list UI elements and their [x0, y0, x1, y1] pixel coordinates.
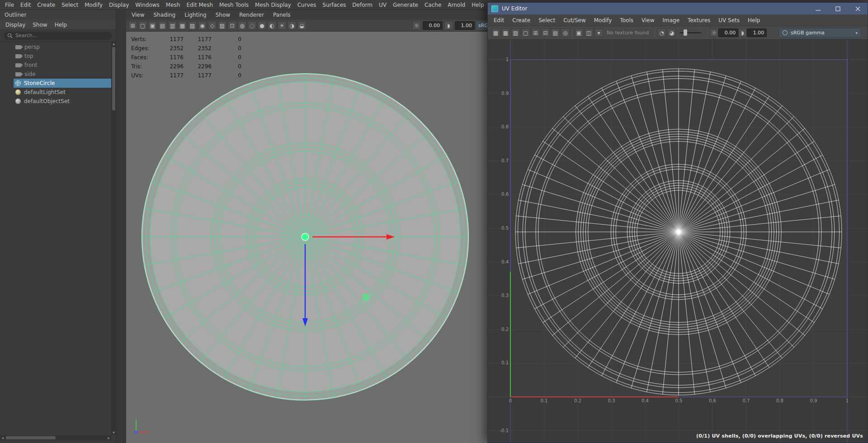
- maya-menu-mesh[interactable]: Mesh: [163, 2, 184, 8]
- outliner-menu-show[interactable]: Show: [29, 22, 51, 28]
- viewport-gamma-field[interactable]: 1.00: [455, 21, 475, 30]
- outliner-item-stonecircle[interactable]: StoneCircle: [0, 79, 116, 88]
- isolate-select-icon[interactable]: ◎: [561, 28, 570, 37]
- scroll-down-icon[interactable]: ▼: [112, 430, 116, 435]
- image-display-icon[interactable]: ▣: [575, 28, 583, 37]
- outliner-vertical-scrollbar[interactable]: ▲ ▼: [111, 42, 116, 435]
- viewport-menu-panels[interactable]: Panels: [269, 12, 295, 18]
- uv-editor-titlebar[interactable]: UV Editor: [488, 3, 868, 14]
- uv-grid-icon[interactable]: ⊞: [531, 28, 540, 37]
- maya-menu-edit-mesh[interactable]: Edit Mesh: [183, 2, 216, 8]
- maya-menu-generate[interactable]: Generate: [390, 2, 421, 8]
- uv-distortion-icon[interactable]: ▦: [491, 28, 500, 37]
- texture-options-caret-icon[interactable]: ▾: [594, 28, 603, 37]
- maya-menu-deform[interactable]: Deform: [349, 2, 376, 8]
- uv-checker-icon[interactable]: ▩: [501, 28, 510, 37]
- scroll-right-icon[interactable]: ▶: [106, 436, 111, 439]
- uv-menu-help[interactable]: Help: [744, 17, 764, 24]
- outliner-horizontal-scrollbar[interactable]: ◀ ▶: [0, 435, 111, 440]
- maya-menu-create[interactable]: Create: [34, 2, 58, 8]
- uv-pixel-snap-icon[interactable]: ⊟: [541, 28, 550, 37]
- scrollbar-thumb[interactable]: [112, 47, 115, 110]
- viewport-menu-lighting[interactable]: Lighting: [180, 12, 211, 18]
- outliner-item-front[interactable]: front: [0, 61, 116, 70]
- shadows-icon[interactable]: ◑: [288, 21, 296, 30]
- maya-menu-cache[interactable]: Cache: [421, 2, 444, 8]
- outliner-item-defaultobjectset[interactable]: defaultObjectSet: [0, 97, 116, 106]
- uv-canvas[interactable]: 10.90.80.70.60.50.40.30.20.1-0.1 00.10.2…: [488, 40, 868, 443]
- scroll-up-icon[interactable]: ▲: [112, 42, 116, 46]
- bookmarks-icon[interactable]: ◇: [208, 21, 217, 30]
- use-all-lights-icon[interactable]: ☀: [278, 21, 286, 30]
- outliner-item-side[interactable]: side: [0, 70, 116, 79]
- uv-menu-select[interactable]: Select: [534, 17, 559, 24]
- uv-menu-tools[interactable]: Tools: [616, 17, 637, 24]
- outliner-item-persp[interactable]: persp: [0, 42, 116, 52]
- maya-menu-curves[interactable]: Curves: [294, 2, 320, 8]
- image-ratio-icon[interactable]: ◫: [585, 28, 593, 37]
- viewport-menu-renderer[interactable]: Renderer: [235, 12, 269, 18]
- uv-menu-uv-sets[interactable]: UV Sets: [714, 17, 744, 24]
- exposure-icon[interactable]: ☼: [710, 28, 718, 37]
- film-gate-icon[interactable]: ▢: [138, 21, 147, 30]
- maya-menu-mesh-display[interactable]: Mesh Display: [252, 2, 294, 8]
- uv-borders-icon[interactable]: ▢: [521, 28, 530, 37]
- uv-menu-cut-sew[interactable]: Cut/Sew: [559, 17, 590, 24]
- viewport-menu-shading[interactable]: Shading: [149, 12, 180, 18]
- uv-menu-view[interactable]: View: [637, 17, 658, 24]
- maya-menu-file[interactable]: File: [2, 2, 17, 8]
- uv-menu-textures[interactable]: Textures: [684, 17, 714, 24]
- scroll-left-icon[interactable]: ◀: [0, 436, 5, 439]
- outliner-search-input[interactable]: Search...: [4, 32, 112, 40]
- uv-menu-create[interactable]: Create: [508, 17, 534, 24]
- uv-menu-edit[interactable]: Edit: [490, 17, 508, 24]
- scrollbar-thumb[interactable]: [6, 436, 56, 439]
- maximize-button[interactable]: [828, 3, 848, 14]
- field-chart-icon[interactable]: ▥: [168, 21, 177, 30]
- slider-thumb[interactable]: [684, 29, 687, 36]
- uv-menu-image[interactable]: Image: [659, 17, 684, 24]
- oversampling-icon[interactable]: ◍: [238, 21, 246, 30]
- uv-tiles-icon[interactable]: ▤: [551, 28, 560, 37]
- viewport-menu-show[interactable]: Show: [211, 12, 235, 18]
- uv-gamma-field[interactable]: 1.00: [747, 28, 767, 37]
- gamma-icon[interactable]: ◗: [444, 21, 453, 30]
- brighten-image-icon[interactable]: ◕: [667, 28, 676, 37]
- uv-menu-modify[interactable]: Modify: [590, 17, 616, 24]
- outliner-item-defaultlightset[interactable]: defaultLightSet: [0, 88, 116, 97]
- safe-action-icon[interactable]: ▦: [178, 21, 187, 30]
- gamma-icon[interactable]: ◗: [738, 28, 747, 37]
- maya-menu-windows[interactable]: Windows: [132, 2, 163, 8]
- smooth-shade-icon[interactable]: ●: [258, 21, 266, 30]
- image-plane-icon[interactable]: ▨: [218, 21, 226, 30]
- outliner-menu-display[interactable]: Display: [2, 22, 29, 28]
- minimize-button[interactable]: [808, 3, 828, 14]
- maya-menu-edit[interactable]: Edit: [17, 2, 34, 8]
- maya-menu-arnold[interactable]: Arnold: [444, 2, 468, 8]
- close-button[interactable]: [848, 3, 868, 14]
- wireframe-display-icon[interactable]: ◌: [248, 21, 256, 30]
- grid-icon[interactable]: ⊞: [128, 21, 137, 30]
- outliner-item-top[interactable]: top: [0, 52, 116, 61]
- maya-menu-select[interactable]: Select: [58, 2, 81, 8]
- xray-icon[interactable]: ◒: [297, 21, 306, 30]
- view-transform-dropdown[interactable]: sRGB gamma ▾: [779, 28, 861, 38]
- two-d-pan-zoom-icon[interactable]: ⊡: [228, 21, 236, 30]
- outliner-menu-help[interactable]: Help: [51, 22, 71, 28]
- maya-menu-display[interactable]: Display: [106, 2, 132, 8]
- exposure-icon[interactable]: ☼: [412, 21, 421, 30]
- maya-menu-surfaces[interactable]: Surfaces: [319, 2, 349, 8]
- resolution-gate-icon[interactable]: ▣: [148, 21, 157, 30]
- uv-exposure-field[interactable]: 0.00: [718, 28, 738, 37]
- dim-image-icon[interactable]: ◔: [657, 28, 666, 37]
- maya-menu-modify[interactable]: Modify: [81, 2, 106, 8]
- textured-display-icon[interactable]: ◐: [268, 21, 276, 30]
- uv-shade-shells-icon[interactable]: ▨: [511, 28, 520, 37]
- maya-menu-help[interactable]: Help: [468, 2, 487, 8]
- maya-menu-uv[interactable]: UV: [376, 2, 390, 8]
- safe-title-icon[interactable]: ▧: [188, 21, 197, 30]
- camera-attributes-icon[interactable]: ◉: [198, 21, 207, 30]
- viewport-menu-view[interactable]: View: [127, 12, 149, 18]
- image-dim-slider[interactable]: [679, 32, 701, 33]
- maya-menu-mesh-tools[interactable]: Mesh Tools: [216, 2, 252, 8]
